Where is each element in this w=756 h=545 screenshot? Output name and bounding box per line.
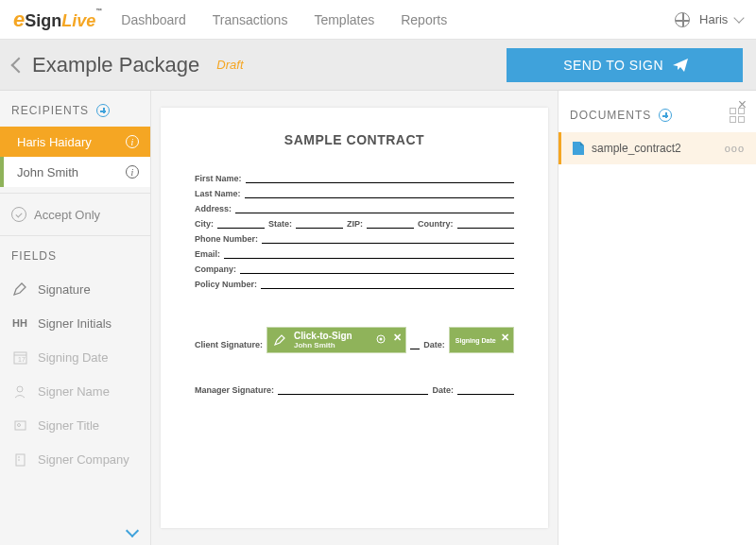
signature-field[interactable]: Click-to-Sign John Smith ✕: [266, 327, 406, 353]
label-company: Company:: [195, 264, 236, 274]
label-client-signature: Client Signature:: [195, 340, 263, 349]
signature-main-label: Click-to-Sign: [294, 331, 352, 341]
send-to-sign-button[interactable]: SEND TO SIGN: [507, 48, 743, 82]
form-line: [240, 264, 514, 274]
form-line: [262, 234, 514, 244]
recipients-header: RECIPIENTS: [0, 91, 150, 127]
recipient-name-label: John Smith: [17, 165, 78, 179]
form-line: [457, 385, 514, 395]
label-manager-signature: Manager Signature:: [195, 385, 274, 395]
label-date: Date:: [423, 340, 445, 349]
calendar-icon: 17: [11, 349, 28, 366]
label-first-name: First Name:: [195, 174, 242, 183]
form-line: [457, 219, 514, 229]
paperplane-icon: [673, 59, 686, 72]
form-line: [410, 340, 420, 349]
logo[interactable]: eSignLive™: [13, 8, 102, 32]
check-circle-icon: [11, 207, 26, 222]
field-initials[interactable]: HH Signer Initials: [0, 306, 150, 340]
nav-dashboard[interactable]: Dashboard: [121, 12, 186, 27]
recipient-item[interactable]: Haris Haidary i: [0, 127, 150, 157]
close-icon[interactable]: ✕: [393, 332, 402, 344]
user-menu[interactable]: Haris: [699, 12, 743, 26]
label-phone: Phone Number:: [195, 234, 258, 244]
form-line: [246, 174, 514, 183]
document-name-label: sample_contract2: [592, 142, 681, 155]
nav-templates[interactable]: Templates: [314, 12, 374, 27]
label-country: Country:: [418, 219, 454, 229]
info-icon[interactable]: i: [126, 135, 139, 148]
document-list-item[interactable]: sample_contract2 ooo: [558, 132, 756, 164]
svg-point-10: [380, 338, 383, 341]
document-canvas[interactable]: SAMPLE CONTRACT First Name: Last Name: A…: [151, 91, 558, 545]
field-label: Signer Initials: [38, 316, 112, 331]
field-signer-title[interactable]: Signer Title: [0, 408, 150, 442]
title-bar: Example Package Draft SEND TO SIGN: [0, 40, 756, 91]
form-line: [261, 280, 514, 289]
form-line: [245, 189, 514, 198]
back-icon[interactable]: [11, 57, 27, 73]
form-line: [367, 219, 414, 229]
fields-header-label: FIELDS: [11, 249, 57, 263]
initials-icon: HH: [11, 315, 28, 332]
pen-icon: [273, 333, 286, 349]
status-badge: Draft: [216, 58, 243, 72]
chevron-down-icon: [733, 12, 744, 23]
signing-date-field[interactable]: Signing Date ✕: [449, 327, 514, 353]
close-icon[interactable]: ✕: [501, 332, 509, 344]
documents-panel: × DOCUMENTS sample_contract2 ooo: [558, 91, 756, 545]
accept-only-toggle[interactable]: Accept Only: [0, 193, 150, 236]
field-signer-company[interactable]: Signer Company: [0, 442, 150, 476]
field-label: Signer Company: [38, 452, 129, 467]
field-label: Signer Name: [38, 384, 110, 399]
info-icon[interactable]: i: [126, 165, 139, 179]
field-signature[interactable]: Signature: [0, 272, 150, 306]
add-document-icon[interactable]: [659, 109, 672, 122]
recipient-item[interactable]: John Smith i: [0, 157, 150, 187]
send-label: SEND TO SIGN: [563, 58, 663, 73]
recipient-name-label: Haris Haidary: [17, 135, 92, 149]
field-signer-name[interactable]: Signer Name: [0, 374, 150, 408]
form-line: [217, 219, 265, 229]
svg-point-3: [17, 386, 23, 392]
main-layout: RECIPIENTS Haris Haidary i John Smith i …: [0, 91, 756, 545]
field-label: Signer Title: [38, 418, 99, 433]
building-icon: [11, 451, 28, 468]
field-label: Signing Date: [38, 350, 108, 365]
label-address: Address:: [195, 204, 232, 213]
svg-text:17: 17: [18, 356, 26, 363]
label-state: State:: [268, 219, 292, 229]
label-policy: Policy Number:: [195, 280, 257, 289]
close-icon[interactable]: ×: [738, 96, 747, 113]
label-date: Date:: [432, 385, 454, 395]
globe-icon[interactable]: [675, 12, 690, 27]
left-sidebar: RECIPIENTS Haris Haidary i John Smith i …: [0, 91, 151, 545]
add-recipient-icon[interactable]: [96, 104, 110, 117]
svg-point-5: [17, 423, 20, 426]
document-title: SAMPLE CONTRACT: [195, 132, 514, 147]
form-line: [224, 249, 514, 259]
pen-icon: [11, 281, 28, 298]
recipient-color-indicator: [0, 127, 4, 157]
label-zip: ZIP:: [347, 219, 363, 229]
field-label: Signature: [38, 282, 91, 297]
field-signing-date[interactable]: 17 Signing Date: [0, 340, 150, 374]
fields-header: FIELDS: [0, 236, 150, 272]
label-city: City:: [195, 219, 214, 229]
more-options-icon[interactable]: ooo: [725, 143, 745, 154]
signing-date-label: Signing Date: [455, 337, 496, 344]
chevron-down-icon[interactable]: [126, 524, 139, 537]
label-last-name: Last Name:: [195, 189, 241, 198]
accept-only-label: Accept Only: [34, 208, 100, 222]
package-title: Example Package: [32, 53, 199, 77]
document-page[interactable]: SAMPLE CONTRACT First Name: Last Name: A…: [161, 108, 548, 528]
nav-right: Haris: [675, 12, 743, 27]
gear-icon[interactable]: [375, 333, 387, 347]
documents-header: DOCUMENTS: [558, 98, 756, 132]
nav-links: Dashboard Transactions Templates Reports: [121, 12, 447, 27]
nav-transactions[interactable]: Transactions: [213, 12, 288, 27]
person-icon: [11, 383, 28, 400]
signature-sub-label: John Smith: [294, 341, 352, 349]
nav-reports[interactable]: Reports: [401, 12, 447, 27]
badge-icon: [11, 417, 28, 434]
